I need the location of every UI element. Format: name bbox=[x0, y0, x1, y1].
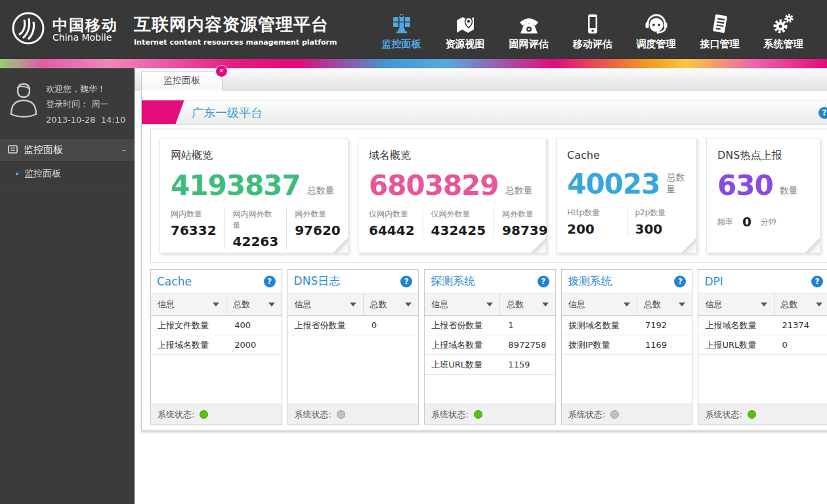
sidebar-group-label: 监控面板 bbox=[24, 144, 63, 156]
ribbon-divider bbox=[0, 59, 827, 68]
nav-item-fixed-network-eval[interactable]: 固网评估 bbox=[497, 5, 561, 54]
column-header-info[interactable]: 信息 bbox=[698, 293, 774, 315]
sort-arrow-icon[interactable] bbox=[268, 303, 275, 306]
nav-item-dispatch-mgmt[interactable]: 调度管理 bbox=[624, 5, 688, 54]
substat: p2p数量 300 bbox=[627, 207, 687, 237]
table-title: DNS日志 bbox=[294, 274, 341, 289]
card-total-unit: 总数量 bbox=[307, 185, 335, 200]
column-header-info[interactable]: 信息 bbox=[425, 293, 500, 315]
column-header-info[interactable]: 信息 bbox=[151, 293, 226, 315]
row-value: 400 bbox=[226, 320, 281, 330]
column-header-total[interactable]: 总数 bbox=[637, 293, 692, 315]
card-title: 网站概览 bbox=[171, 149, 337, 163]
help-icon[interactable]: ? bbox=[811, 276, 823, 287]
brand-cn: 中国移动 bbox=[53, 17, 118, 33]
tab-label: 监控面板 bbox=[163, 75, 200, 87]
table-row: 上报省份数量 0 bbox=[288, 316, 419, 335]
tab-monitor-panel[interactable]: 监控面板 ✕ bbox=[141, 71, 223, 91]
login-label: 登录时间： bbox=[46, 99, 89, 109]
row-value: 0 bbox=[364, 320, 418, 330]
substat: 网内网外数量 42263 bbox=[224, 209, 287, 249]
status-dot bbox=[610, 410, 619, 419]
nav-label: 调度管理 bbox=[637, 38, 676, 51]
panel-flag bbox=[142, 100, 184, 124]
column-header-total[interactable]: 总数 bbox=[364, 293, 418, 315]
row-label: 上报域名数量 bbox=[698, 320, 774, 331]
card-title: Cache bbox=[567, 149, 686, 161]
close-icon[interactable]: ✕ bbox=[216, 66, 227, 77]
nav-item-system-mgmt[interactable]: 系统管理 bbox=[752, 5, 815, 54]
help-icon[interactable]: ? bbox=[538, 276, 549, 287]
row-label: 拨测域名数量 bbox=[562, 320, 637, 331]
sort-arrow-icon[interactable] bbox=[486, 303, 493, 306]
column-header-info[interactable]: 信息 bbox=[288, 293, 364, 315]
help-icon[interactable]: ? bbox=[264, 276, 276, 287]
sidebar-item-monitor-panel[interactable]: 监控面板 bbox=[0, 162, 135, 186]
phone-icon bbox=[519, 10, 540, 34]
sort-arrow-icon[interactable] bbox=[816, 303, 822, 306]
login-time: 14:10 bbox=[101, 115, 125, 125]
status-label: 系统状态: bbox=[295, 409, 331, 421]
table-body: 上报文件数量 400 上报域名数量 2000 bbox=[151, 316, 282, 404]
sort-arrow-icon[interactable] bbox=[761, 303, 767, 306]
nav-item-resource-view[interactable]: 资源视图 bbox=[433, 5, 497, 54]
sort-arrow-icon[interactable] bbox=[405, 303, 412, 306]
table-header: 拨测系统 ? bbox=[562, 270, 692, 293]
sort-arrow-icon[interactable] bbox=[679, 303, 685, 306]
substat-label: p2p数量 bbox=[635, 207, 679, 219]
platform-title: 互联网内容资源管理平台 bbox=[134, 13, 337, 36]
card-total-unit: 数量 bbox=[780, 185, 798, 200]
column-header-total[interactable]: 总数 bbox=[500, 293, 555, 315]
stat-cards-box: 网站概览 4193837 总数量 网内数量 76332 网内网外数量 bbox=[150, 129, 827, 262]
column-label: 信息 bbox=[295, 299, 312, 310]
card-substats: 仅网内数量 64442 仅网外数量 432425 网外数量 98739 bbox=[369, 209, 536, 238]
table-row: 拨测域名数量 7192 bbox=[562, 316, 692, 335]
nav-item-interface-mgmt[interactable]: 接口管理 bbox=[688, 5, 752, 54]
main-content: 监控面板 ✕ 广东一级平台 ? 网站概览 4193837 bbox=[135, 68, 827, 504]
sort-arrow-icon[interactable] bbox=[624, 303, 630, 306]
help-icon[interactable]: ? bbox=[818, 107, 827, 119]
table-footer: 系统状态: bbox=[151, 404, 282, 425]
table-footer: 系统状态: bbox=[288, 404, 419, 425]
table-row: 上报URL数量 0 bbox=[698, 335, 827, 355]
sort-arrow-icon[interactable] bbox=[350, 303, 356, 306]
card-total: 40023 总数量 bbox=[567, 164, 686, 198]
login-date: 2013-10-28 bbox=[46, 115, 96, 125]
table-footer: 系统状态: bbox=[562, 404, 692, 425]
substat-label: 仅网内数量 bbox=[369, 209, 415, 220]
stat-card-cache: Cache 40023 总数量 Http数量 200 p2p数量 bbox=[556, 138, 697, 253]
table-row: 拨测IP数量 1169 bbox=[562, 335, 692, 355]
brand-text: 中国移动 China Mobile bbox=[53, 17, 118, 43]
status-dot bbox=[200, 410, 208, 419]
column-label: 信息 bbox=[431, 299, 448, 310]
column-label: 总数 bbox=[644, 299, 661, 310]
nav-item-monitor-panel[interactable]: 监控面板 bbox=[370, 5, 433, 54]
card-total: 6803829 总数量 bbox=[369, 165, 536, 200]
help-icon[interactable]: ? bbox=[674, 276, 686, 287]
column-header-total[interactable]: 总数 bbox=[226, 293, 281, 315]
help-icon[interactable]: ? bbox=[400, 276, 412, 287]
nav-item-mobile-eval[interactable]: 移动评估 bbox=[561, 5, 624, 54]
card-title: DNS热点上报 bbox=[717, 149, 809, 163]
substat-label: 网外数量 bbox=[295, 209, 341, 220]
panel-title: 广东一级平台 bbox=[192, 100, 263, 125]
table-body: 上报省份数量 0 bbox=[288, 316, 419, 404]
substat: 网内数量 76332 bbox=[171, 209, 224, 249]
substat: Http数量 200 bbox=[567, 207, 627, 237]
collapse-icon[interactable]: – bbox=[122, 144, 127, 156]
column-label: 总数 bbox=[370, 299, 387, 310]
column-header-info[interactable]: 信息 bbox=[562, 293, 637, 315]
content-frame: 广东一级平台 ? 网站概览 4193837 总数量 网内数量 bbox=[141, 91, 827, 431]
welcome-text: 欢迎您，魏华！ bbox=[46, 81, 125, 96]
column-header-total[interactable]: 总数 bbox=[774, 293, 827, 315]
sidebar-group-monitor-panel[interactable]: 监控面板 – bbox=[0, 138, 135, 162]
table-body: 上报域名数量 21374 上报URL数量 0 bbox=[698, 316, 827, 404]
login-time-line: 登录时间： 周一 bbox=[46, 96, 125, 112]
card-frequency: 频率 0 分钟 bbox=[717, 214, 809, 230]
sort-arrow-icon[interactable] bbox=[213, 303, 219, 306]
sort-arrow-icon[interactable] bbox=[542, 303, 549, 306]
status-dot bbox=[337, 410, 345, 419]
substat-value: 97620 bbox=[295, 222, 341, 238]
substat-label: 仅网外数量 bbox=[431, 209, 486, 220]
row-value: 7192 bbox=[637, 320, 692, 330]
